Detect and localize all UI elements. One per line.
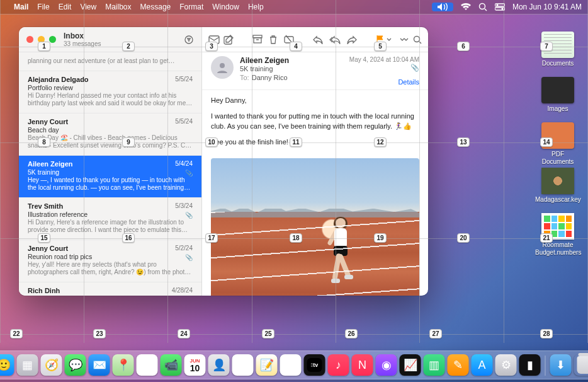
dock-app-mail[interactable]: ✉️ — [89, 354, 110, 376]
dock-app-stocks[interactable]: 📈 — [400, 354, 421, 376]
filter-icon[interactable] — [184, 35, 194, 45]
grid-number: 22 — [10, 329, 23, 339]
wifi-icon[interactable] — [461, 3, 471, 11]
message-body[interactable]: Hey Danny,I wanted to thank you for putt… — [202, 90, 428, 296]
menu-format[interactable]: Format — [179, 3, 203, 11]
reply-icon[interactable] — [313, 35, 323, 44]
more-icon[interactable] — [399, 37, 409, 42]
message-header: Aileen Zeigen 5K training To:Danny Rico … — [202, 52, 428, 90]
dock-app-appstore[interactable]: A — [472, 354, 493, 376]
mail-window: Inbox 33 messages planning our next adve… — [19, 27, 428, 296]
menu-window[interactable]: Window — [212, 3, 239, 11]
sender-avatar[interactable] — [211, 56, 234, 79]
message-list-item[interactable]: planning our next adventure (or at least… — [19, 52, 201, 71]
dock-app-news[interactable]: N — [352, 354, 373, 376]
search-icon[interactable] — [478, 3, 487, 11]
message-list-item[interactable]: Rich Dinh4/28/24Trip to Zion National Pa… — [19, 282, 201, 296]
message-list-item[interactable]: Aileen Zeigen5/4/245K training📎Hey —, I … — [19, 156, 201, 198]
msg-preview: Hi Danny! Herland passed me your contact… — [28, 92, 193, 108]
dock-app-numbers[interactable]: ▥ — [424, 354, 445, 376]
message-to: To:Danny Rico — [240, 74, 289, 81]
msg-preview: Beach Day 🏖️ - Chill vibes - Beach games… — [28, 134, 193, 150]
message-date: May 4, 2024 at 10:04 AM — [349, 56, 419, 63]
dock-app-maps[interactable]: 📍 — [113, 354, 134, 376]
svg-rect-10 — [254, 38, 261, 43]
message-list[interactable]: planning our next adventure (or at least… — [19, 52, 201, 296]
dock-app-tv[interactable]: tv — [304, 354, 325, 376]
dock-app-reminders[interactable]: ▤ — [232, 354, 254, 376]
svg-rect-2 — [495, 4, 505, 6]
message-list-item[interactable]: Trev Smith5/3/24Illustration reference📎H… — [19, 198, 201, 240]
control-center-icon[interactable] — [495, 3, 505, 11]
zoom-button[interactable] — [49, 36, 56, 43]
dock-trash[interactable] — [574, 354, 589, 376]
mailbox-title: Inbox — [64, 32, 101, 40]
msg-date: 5/5/24 — [175, 76, 193, 83]
dock-app-safari[interactable]: 🧭 — [41, 354, 62, 376]
dock-app-iphone-mirror[interactable]: ▮ — [519, 354, 541, 376]
details-link[interactable]: Details — [398, 78, 419, 86]
desktop-item-label: Images — [535, 105, 580, 113]
menubar: Mail FileEditViewMailboxMessageFormatWin… — [0, 0, 588, 14]
junk-icon[interactable] — [284, 35, 294, 45]
menu-edit[interactable]: Edit — [59, 3, 72, 11]
dock-app-finder[interactable]: 🙂 — [0, 354, 14, 376]
dock-app-facetime[interactable]: 📹 — [161, 354, 182, 376]
msg-date: 5/3/24 — [175, 202, 193, 209]
forward-icon[interactable] — [347, 35, 357, 44]
grid-number: 27 — [429, 329, 442, 339]
menu-view[interactable]: View — [80, 3, 96, 11]
archive-icon[interactable] — [252, 35, 263, 45]
desktop-item[interactable]: Roommate Budget.numbers — [535, 213, 580, 256]
grid-number: 26 — [345, 329, 358, 339]
close-button[interactable] — [26, 36, 33, 43]
dock-app-podcasts[interactable]: ◉ — [376, 354, 397, 376]
dock-app-settings[interactable]: ⚙ — [495, 354, 517, 376]
menu-message[interactable]: Message — [140, 3, 171, 11]
svg-rect-4 — [495, 8, 505, 10]
body-paragraph: See you at the finish line! — [211, 137, 419, 148]
dock-downloads-folder[interactable]: ⬇ — [550, 354, 572, 376]
flag-dropdown-icon[interactable] — [387, 37, 392, 42]
message-attachment-image[interactable] — [211, 158, 419, 296]
dock: 🙂▦🧭💬✉️📍✿📹JUN10👤▤📝✎tv♪N◉📈▥✎A⚙▮⬇ — [0, 350, 588, 379]
dock-app-launchpad[interactable]: ▦ — [17, 354, 38, 376]
desktop-item[interactable]: Documents — [535, 32, 580, 67]
dock-app-contacts[interactable]: 👤 — [208, 354, 230, 376]
minimize-button[interactable] — [38, 36, 45, 43]
dock-app-photos[interactable]: ✿ — [137, 354, 158, 376]
dock-app-notes[interactable]: 📝 — [256, 354, 278, 376]
desktop-item[interactable]: Madagascar.key — [535, 168, 580, 204]
app-menu[interactable]: Mail — [14, 3, 28, 11]
dock-app-messages[interactable]: 💬 — [65, 354, 86, 376]
msg-subject: Beach day — [28, 126, 193, 134]
menubar-clock[interactable]: Mon Jun 10 9:41 AM — [512, 3, 582, 11]
message-list-pane: Inbox 33 messages planning our next adve… — [19, 27, 202, 296]
reply-all-icon[interactable] — [329, 35, 341, 44]
message-list-item[interactable]: Jenny Court5/2/24Reunion road trip pics📎… — [19, 240, 201, 282]
control-center-audio[interactable] — [432, 3, 453, 11]
grid-number: 24 — [178, 329, 190, 339]
grid-number: 28 — [540, 329, 553, 339]
message-list-item[interactable]: Jenny Court5/5/24Beach dayBeach Day 🏖️ -… — [19, 113, 201, 156]
compose-icon[interactable] — [223, 35, 234, 45]
dock-app-freeform[interactable]: ✎ — [280, 354, 302, 376]
flag-icon[interactable] — [376, 35, 385, 45]
message-list-item[interactable]: Alejandra Delgado5/5/24Portfolio reviewH… — [19, 71, 201, 113]
desktop-item[interactable]: PDF Documents — [535, 122, 580, 165]
menu-file[interactable]: File — [37, 3, 49, 11]
msg-from: Trev Smith — [28, 202, 193, 210]
dock-app-music[interactable]: ♪ — [328, 354, 349, 376]
search-icon[interactable] — [413, 35, 422, 44]
grid-number: 13 — [457, 137, 470, 147]
svg-point-0 — [479, 4, 485, 9]
mailbox-message-count: 33 messages — [64, 40, 101, 47]
envelope-icon[interactable] — [208, 35, 220, 44]
dock-app-pages[interactable]: ✎ — [448, 354, 469, 376]
desktop-item[interactable]: Images — [535, 77, 580, 113]
dock-app-calendar[interactable]: JUN10 — [184, 354, 206, 376]
menu-mailbox[interactable]: Mailbox — [105, 3, 131, 11]
menu-help[interactable]: Help — [248, 3, 264, 11]
msg-subject: Reunion road trip pics — [28, 253, 193, 260]
trash-icon[interactable] — [269, 35, 278, 45]
